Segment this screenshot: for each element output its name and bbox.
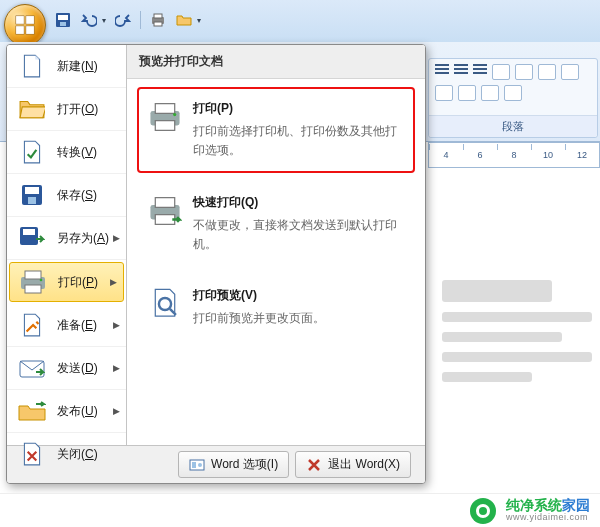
indent-right-icon[interactable] xyxy=(515,64,533,80)
button-label: 退出 Word(X) xyxy=(328,456,400,473)
align-right-icon[interactable] xyxy=(435,85,453,101)
print-preview-option[interactable]: 打印预览(V) 打印前预览并更改页面。 xyxy=(137,274,415,340)
word-options-button[interactable]: Word 选项(I) xyxy=(178,451,289,478)
file-item-convert[interactable]: 转换(V) xyxy=(7,131,126,174)
option-desc: 不做更改，直接将文档发送到默认打印机。 xyxy=(193,216,405,254)
file-item-label: 打开(O) xyxy=(57,101,98,118)
file-item-send[interactable]: 发送(D) ▶ xyxy=(7,347,126,390)
open-icon[interactable] xyxy=(175,11,193,29)
send-icon xyxy=(17,355,47,381)
svg-rect-29 xyxy=(192,462,196,468)
file-item-saveas[interactable]: 另存为(A) ▶ xyxy=(7,217,126,260)
print-icon xyxy=(18,269,48,295)
option-title: 快速打印(Q) xyxy=(193,193,405,212)
ruler-tick: 8 xyxy=(497,150,531,160)
ribbon-group-label[interactable]: 段落 xyxy=(429,115,597,137)
svg-rect-2 xyxy=(16,26,24,34)
watermark-logo-icon xyxy=(470,498,496,524)
ruler-tick: 10 xyxy=(531,150,565,160)
svg-rect-21 xyxy=(155,104,174,114)
file-item-close[interactable]: 关闭(C) xyxy=(7,433,126,476)
file-menu-left-pane: 新建(N) 打开(O) 转换(V) 保存(S) xyxy=(7,45,127,445)
office-logo-icon xyxy=(14,14,36,36)
redo-icon[interactable] xyxy=(114,11,132,29)
svg-rect-22 xyxy=(155,121,174,131)
save-icon[interactable] xyxy=(54,11,72,29)
ruler[interactable]: 4 6 8 10 12 xyxy=(428,142,600,168)
file-item-label: 准备(E) xyxy=(57,317,97,334)
publish-icon xyxy=(17,398,47,424)
right-pane-header: 预览并打印文档 xyxy=(127,45,425,79)
line-spacing-icon[interactable] xyxy=(458,85,476,101)
file-item-label: 发布(U) xyxy=(57,403,98,420)
file-item-label: 新建(N) xyxy=(57,58,98,75)
office-button[interactable] xyxy=(4,4,46,46)
save-disk-icon xyxy=(17,182,47,208)
exit-word-button[interactable]: 退出 Word(X) xyxy=(295,451,411,478)
submenu-arrow-icon: ▶ xyxy=(110,277,117,287)
file-menu: 新建(N) 打开(O) 转换(V) 保存(S) xyxy=(6,44,426,484)
button-label: Word 选项(I) xyxy=(211,456,278,473)
svg-rect-11 xyxy=(25,187,39,194)
svg-rect-12 xyxy=(28,197,36,204)
new-document-icon xyxy=(17,53,47,79)
options-icon xyxy=(189,457,205,473)
ruler-tick: 6 xyxy=(463,150,497,160)
watermark-brand: 纯净系统家园 xyxy=(506,498,590,513)
bullets-icon[interactable] xyxy=(435,64,449,78)
file-item-new[interactable]: 新建(N) xyxy=(7,45,126,88)
printer-icon xyxy=(147,99,183,135)
svg-rect-3 xyxy=(26,26,34,34)
file-item-print[interactable]: 打印(P) ▶ xyxy=(9,262,124,302)
borders-icon[interactable] xyxy=(504,85,522,101)
ruler-tick: 4 xyxy=(429,150,463,160)
watermark: 纯净系统家园 www.yidaimei.com xyxy=(0,493,600,527)
exit-icon xyxy=(306,457,322,473)
preview-icon xyxy=(147,286,183,322)
qat-separator xyxy=(140,11,141,29)
quick-print-icon[interactable] xyxy=(149,11,167,29)
svg-rect-0 xyxy=(16,16,24,24)
file-item-save[interactable]: 保存(S) xyxy=(7,174,126,217)
file-item-prepare[interactable]: 准备(E) ▶ xyxy=(7,304,126,347)
qat-customize-icon[interactable]: ▾ xyxy=(197,16,201,25)
document-area[interactable] xyxy=(428,170,600,487)
svg-point-18 xyxy=(40,279,43,282)
quick-print-option[interactable]: 快速打印(Q) 不做更改，直接将文档发送到默认打印机。 xyxy=(137,181,415,267)
undo-icon[interactable] xyxy=(80,11,98,29)
file-item-label: 保存(S) xyxy=(57,187,97,204)
file-item-label: 关闭(C) xyxy=(57,446,98,463)
numbering-icon[interactable] xyxy=(454,64,468,78)
prepare-icon xyxy=(17,312,47,338)
submenu-arrow-icon: ▶ xyxy=(113,233,120,243)
saveas-icon xyxy=(17,225,47,251)
option-desc: 打印前预览并更改页面。 xyxy=(193,309,325,328)
submenu-arrow-icon: ▶ xyxy=(113,363,120,373)
align-left-icon[interactable] xyxy=(538,64,556,80)
svg-point-30 xyxy=(198,463,202,467)
svg-rect-1 xyxy=(26,16,34,24)
file-item-publish[interactable]: 发布(U) ▶ xyxy=(7,390,126,433)
convert-icon xyxy=(17,139,47,165)
align-center-icon[interactable] xyxy=(561,64,579,80)
submenu-arrow-icon: ▶ xyxy=(113,320,120,330)
file-item-label: 另存为(A) xyxy=(57,230,109,247)
svg-rect-5 xyxy=(58,15,68,20)
file-menu-right-pane: 预览并打印文档 打印(P) 打印前选择打印机、打印份数及其他打印选项。 xyxy=(127,45,425,445)
submenu-arrow-icon: ▶ xyxy=(113,406,120,416)
svg-rect-26 xyxy=(155,214,174,224)
svg-rect-14 xyxy=(23,229,35,235)
print-option[interactable]: 打印(P) 打印前选择打印机、打印份数及其他打印选项。 xyxy=(137,87,415,173)
open-folder-icon xyxy=(17,96,47,122)
file-item-open[interactable]: 打开(O) xyxy=(7,88,126,131)
file-item-label: 转换(V) xyxy=(57,144,97,161)
undo-dropdown-icon[interactable]: ▾ xyxy=(102,16,106,25)
svg-rect-16 xyxy=(25,271,41,279)
svg-rect-17 xyxy=(25,285,41,293)
shading-icon[interactable] xyxy=(481,85,499,101)
watermark-url: www.yidaimei.com xyxy=(506,513,590,523)
file-item-label: 发送(D) xyxy=(57,360,98,377)
svg-rect-25 xyxy=(155,197,174,207)
multilevel-icon[interactable] xyxy=(473,64,487,78)
indent-left-icon[interactable] xyxy=(492,64,510,80)
